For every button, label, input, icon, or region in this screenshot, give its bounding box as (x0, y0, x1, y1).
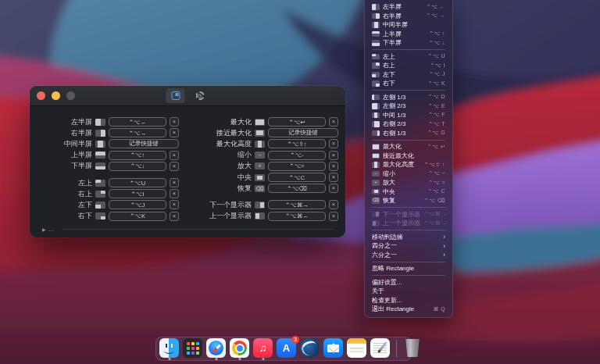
shortcut-field-right-half[interactable]: ⌃⌥→ (109, 128, 166, 137)
close-button[interactable] (37, 91, 45, 100)
shortcut-field-restore[interactable]: ⌃⌥⌫ (268, 184, 326, 193)
menu-item-left-half[interactable]: 左半屏⌃⌥ ← (365, 2, 452, 12)
dock-item-finder[interactable] (159, 338, 179, 359)
shortcut-row-top-left: 左上⌃⌥U× (42, 177, 188, 188)
menu-item-quit-rectangle[interactable]: 退出 Rectangle⌘ Q (365, 305, 452, 314)
menu-item-right-half[interactable]: 右半屏⌃⌥ → (365, 12, 452, 21)
dock-item-trash[interactable] (403, 338, 423, 359)
menu-item-center-half[interactable]: 中间半屏 (365, 20, 452, 30)
menu-item-shortcut: ⌃⌥ J (429, 71, 445, 77)
clear-shortcut-button[interactable]: × (170, 178, 179, 187)
menu-item-about[interactable]: 关于 (365, 287, 452, 296)
tab-settings[interactable] (191, 88, 209, 103)
almost-maximize-icon (255, 130, 265, 137)
clear-shortcut-button[interactable]: × (170, 151, 179, 160)
dock-item-notes[interactable] (347, 338, 366, 359)
shortcut-field-top-right[interactable]: ⌃⌥I (109, 189, 166, 198)
menu-item-maximize[interactable]: 最大化⌃⌥ ↩ (365, 142, 452, 152)
shortcut-field-top-half[interactable]: ⌃⌥↑ (109, 151, 166, 160)
clear-shortcut-button[interactable]: × (170, 117, 179, 127)
clear-shortcut-button[interactable]: × (329, 151, 338, 160)
dock-item-mail[interactable] (323, 338, 343, 359)
shortcut-field-maximize-height[interactable]: ⌃⌥⇧↑ (268, 139, 326, 148)
clear-shortcut-button[interactable]: × (329, 200, 338, 209)
menu-item-label: 左上 (383, 52, 395, 61)
dock-item-wave-app[interactable] (300, 338, 320, 359)
clear-shortcut-button[interactable]: × (329, 173, 338, 182)
center-third-icon (372, 112, 380, 119)
clear-shortcut-button[interactable]: × (170, 212, 179, 221)
menu-item-move-to-edge[interactable]: 移动到边缘› (365, 233, 452, 242)
shortcut-field-bottom-half[interactable]: ⌃⌥↓ (109, 162, 166, 171)
dock-item-chrome[interactable] (230, 338, 249, 359)
shortcut-field-bottom-right[interactable]: ⌃⌥K (109, 212, 166, 221)
clear-shortcut-button[interactable]: × (170, 128, 179, 137)
menu-item-bottom-left[interactable]: 左下⌃⌥ J (365, 70, 452, 80)
menu-item-quarters[interactable]: 四分之一› (365, 241, 452, 251)
shortcut-row-left-half: 左半屏⌃⌥←× (42, 116, 188, 127)
menu-item-center-third[interactable]: 中间 1/3⌃⌥ F (365, 111, 452, 120)
menu-item-bottom-half[interactable]: 下半屏⌃⌥ ↓ (365, 38, 452, 48)
dock-item-music[interactable] (253, 338, 273, 359)
menu-item-larger[interactable]: +放大⌃⌥ = (365, 178, 452, 187)
shortcut-column-left: 左半屏⌃⌥←×右半屏⌃⌥→×中间半屏记录快捷键上半屏⌃⌥↑×下半屏⌃⌥↓×左上⌃… (42, 116, 188, 222)
clear-shortcut-button[interactable]: × (170, 162, 179, 171)
shortcut-field-left-half[interactable]: ⌃⌥← (109, 117, 166, 127)
shortcut-field-smaller[interactable]: ⌃⌥- (268, 151, 326, 160)
shortcut-field-next-display[interactable]: ⌃⌥⌘→ (268, 200, 326, 209)
menu-item-bottom-right[interactable]: 右下⌃⌥ K (365, 79, 452, 88)
menu-item-ignore-rectangle[interactable]: 忽略 Rectangle (365, 264, 452, 273)
shortcut-field-center[interactable]: ⌃⌥C (268, 173, 326, 182)
clear-shortcut-button[interactable]: × (170, 189, 179, 198)
shortcut-field-maximize[interactable]: ⌃⌥↩ (268, 117, 326, 127)
record-shortcut-button-almost-maximize[interactable]: 记录快捷键 (268, 128, 338, 137)
record-shortcut-button-center-half[interactable]: 记录快捷键 (109, 139, 179, 148)
clear-shortcut-button[interactable]: × (170, 200, 179, 209)
shortcut-field-bottom-left[interactable]: ⌃⌥J (109, 200, 166, 209)
shortcut-label: 上一个显示器 (191, 211, 252, 221)
menu-item-top-left[interactable]: 左上⌃⌥ U (365, 52, 452, 62)
menu-item-right-third[interactable]: 右侧 1/3⌃⌥ G (365, 129, 452, 138)
window-titlebar[interactable] (30, 86, 345, 106)
shortcut-field-top-left[interactable]: ⌃⌥U (109, 178, 166, 187)
menu-item-smaller[interactable]: −缩小⌃⌥ − (365, 170, 452, 179)
shortcut-field-previous-display[interactable]: ⌃⌥⌘← (268, 212, 326, 221)
clear-shortcut-button[interactable]: × (329, 117, 338, 127)
dock-item-textedit[interactable] (370, 338, 390, 359)
minimize-button[interactable] (52, 91, 60, 100)
shortcut-label: 恢复 (191, 184, 252, 194)
notes-icon (347, 338, 366, 358)
menu-item-top-half[interactable]: 上半屏⌃⌥ ↑ (365, 30, 452, 39)
menu-item-restore[interactable]: ⌫恢复⌃⌥ ⌫ (365, 196, 452, 205)
clear-shortcut-button[interactable]: × (329, 184, 338, 193)
menu-item-top-right[interactable]: 右上⌃⌥ I (365, 61, 452, 70)
menu-item-left-third[interactable]: 左侧 1/3⌃⌥ D (365, 93, 452, 102)
shortcut-label: 最大化高度 (191, 139, 252, 149)
smaller-icon: − (255, 152, 265, 159)
left-half-icon (95, 119, 105, 126)
menu-item-previous-display: 上一个显示器⌃⌥⌘ ← (365, 219, 452, 228)
dock-item-app-store[interactable]: 3 (277, 338, 296, 359)
menu-item-left-two-thirds[interactable]: 左侧 2/3⌃⌥ E (365, 102, 452, 111)
clear-shortcut-button[interactable]: × (329, 162, 338, 171)
maximize-height-icon (255, 141, 265, 148)
menu-item-almost-maximize[interactable]: 接近最大化 (365, 152, 452, 161)
menu-item-preferences[interactable]: 偏好设置... (365, 278, 452, 287)
menu-item-center[interactable]: 中央⌃⌥ C (365, 187, 452, 197)
clear-shortcut-button[interactable]: × (329, 139, 338, 148)
menu-item-label: 忽略 Rectangle (372, 264, 414, 273)
dock-item-safari[interactable] (206, 338, 226, 359)
bottom-right-icon (372, 80, 380, 87)
mail-icon (323, 338, 343, 358)
disclosure-triangle-icon[interactable]: ▶ (42, 227, 46, 232)
menu-item-sixths[interactable]: 六分之一› (365, 251, 452, 260)
prev-display-icon (372, 220, 380, 227)
shortcut-field-larger[interactable]: ⌃⌥= (268, 162, 326, 171)
dock-item-launchpad[interactable] (183, 338, 202, 359)
menu-item-right-two-thirds[interactable]: 右侧 2/3⌃⌥ T (365, 120, 452, 129)
menu-item-maximize-height[interactable]: 最大化高度⌃⌥⇧ ↑ (365, 160, 452, 170)
tab-shortcuts[interactable] (166, 88, 185, 103)
menu-item-check-updates[interactable]: 检查更新... (365, 296, 452, 305)
clear-shortcut-button[interactable]: × (329, 212, 338, 221)
menu-item-shortcut: ⌃⌥ C (427, 188, 445, 194)
